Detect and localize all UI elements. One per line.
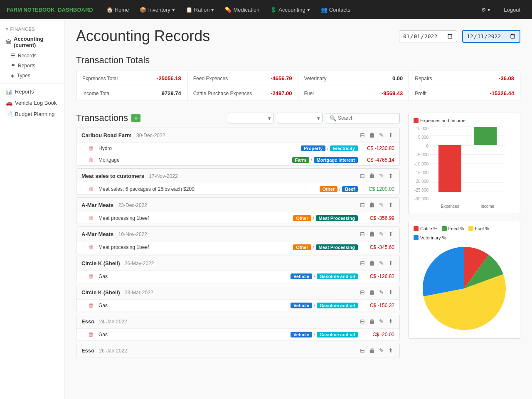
nav-accounting[interactable]: 💲 Accounting ▾ xyxy=(265,4,315,15)
nav-medication[interactable]: 💊 Medication xyxy=(220,4,264,15)
group-name: Circle K (Shell) 23-Mar-2022 xyxy=(81,289,153,296)
sidebar-item-records[interactable]: ☰ Records xyxy=(0,51,64,61)
tag: Property xyxy=(301,145,325,151)
tag: Gasoline and oil xyxy=(317,273,358,279)
sidebar-reports2-label: Reports xyxy=(15,89,34,95)
export-icon[interactable]: ⬆ xyxy=(387,131,394,139)
page-title: Accounting Records xyxy=(76,27,210,45)
export-icon[interactable]: ⬆ xyxy=(387,172,394,180)
collapse-icon[interactable]: ⊟ xyxy=(359,201,366,209)
delete-icon[interactable]: 🗑 xyxy=(368,230,376,238)
tag: Meat Processing xyxy=(316,244,358,250)
transaction-row: 🗑Meat processing 1beefOther/Meat Process… xyxy=(76,241,399,253)
logout-button[interactable]: Logout xyxy=(499,4,525,15)
page-header: Accounting Records xyxy=(76,27,520,45)
edit-icon[interactable]: ✎ xyxy=(378,172,385,180)
delete-icon[interactable]: 🗑 xyxy=(368,259,376,267)
types-icon: ◈ xyxy=(11,73,15,79)
sidebar-item-reports2[interactable]: 📊 Reports xyxy=(0,86,64,97)
total-value: -15326.44 xyxy=(490,90,514,96)
edit-icon[interactable]: ✎ xyxy=(378,201,385,209)
sidebar-item-accounting[interactable]: 🏛 Accounting (current) xyxy=(0,33,64,51)
date-start-input[interactable] xyxy=(399,30,457,42)
sidebar-item-budget[interactable]: 📄 Budget Planning xyxy=(0,108,64,120)
total-row: Repairs -36.08 xyxy=(409,71,520,86)
nav-ration[interactable]: 📋 Ration ▾ xyxy=(181,4,219,15)
group-date: 26-May-2022 xyxy=(123,261,154,266)
collapse-icon[interactable]: ⊟ xyxy=(359,259,366,267)
tx-delete-icon[interactable]: 🗑 xyxy=(88,331,94,337)
sidebar-section-label: ≡ FINANCES xyxy=(0,24,64,33)
edit-icon[interactable]: ✎ xyxy=(378,347,385,354)
transaction-row: 🗑GasVehicle/Gasoline and oilC$ -126.82 xyxy=(76,271,399,282)
legend-dot-fuel xyxy=(468,226,473,231)
collapse-icon[interactable]: ⊟ xyxy=(359,288,366,296)
delete-icon[interactable]: 🗑 xyxy=(368,347,376,354)
tag: Gasoline and oil xyxy=(317,303,358,308)
collapse-icon[interactable]: ⊟ xyxy=(359,230,366,238)
delete-icon[interactable]: 🗑 xyxy=(368,131,376,139)
tx-delete-icon[interactable]: 🗑 xyxy=(88,145,94,151)
edit-icon[interactable]: ✎ xyxy=(378,230,385,238)
search-input[interactable] xyxy=(338,115,396,121)
tag-separator: / xyxy=(314,303,315,308)
pie-chart-svg xyxy=(423,247,506,330)
tx-amount: C$ -4765.14 xyxy=(361,157,394,163)
group-header: Esso 24-Jan-2022⊟🗑✎⬆ xyxy=(76,314,399,329)
totals-grid: Exprences Total -25056.18 Income Total 9… xyxy=(76,71,520,101)
filter-select-2[interactable] xyxy=(277,113,323,123)
sidebar-item-vehicle[interactable]: 🚗 Vehicle Log Book xyxy=(0,97,64,108)
export-icon[interactable]: ⬆ xyxy=(387,259,394,267)
tx-delete-icon[interactable]: 🗑 xyxy=(88,302,94,308)
filter-select-1[interactable] xyxy=(228,113,273,123)
settings-button[interactable]: ⚙ ▾ xyxy=(476,4,496,15)
export-icon[interactable]: ⬆ xyxy=(387,288,394,296)
tag: Vehicle xyxy=(291,303,312,308)
collapse-icon[interactable]: ⊟ xyxy=(359,172,366,180)
edit-icon[interactable]: ✎ xyxy=(378,318,385,325)
nav-home[interactable]: 🏠 Home xyxy=(101,4,134,15)
delete-icon[interactable]: 🗑 xyxy=(368,201,376,209)
add-transaction-button[interactable]: + xyxy=(131,114,140,122)
budget-icon: 📄 xyxy=(6,111,12,117)
group-name: Esso 24-Jan-2022 xyxy=(81,318,127,325)
legend-label-feed: Feed % xyxy=(448,226,464,231)
date-end-input[interactable] xyxy=(462,30,520,43)
export-icon[interactable]: ⬆ xyxy=(387,347,394,354)
tx-delete-icon[interactable]: 🗑 xyxy=(88,215,94,221)
sidebar-item-reports[interactable]: ⚑ Reports xyxy=(0,61,64,71)
collapse-icon[interactable]: ⊟ xyxy=(359,131,366,139)
tx-delete-icon[interactable]: 🗑 xyxy=(88,157,94,163)
nav-inventory[interactable]: 📦 Inventory ▾ xyxy=(135,4,180,15)
tx-amount: C$ -356.99 xyxy=(361,215,394,221)
tx-tags: Vehicle/Gasoline and oil xyxy=(291,303,358,308)
export-icon[interactable]: ⬆ xyxy=(387,318,394,325)
delete-icon[interactable]: 🗑 xyxy=(368,288,376,296)
group-actions: ⊟🗑✎⬆ xyxy=(359,201,394,209)
edit-icon[interactable]: ✎ xyxy=(378,131,385,139)
nav-contacts[interactable]: 👥 Contacts xyxy=(316,4,355,15)
group-header: Caribou Road Farm 30-Dec-2022⊟🗑✎⬆ xyxy=(76,128,399,143)
legend-label-vet: Veterinary % xyxy=(420,235,446,240)
brand-highlight: DASHBOARD xyxy=(58,7,93,13)
tx-delete-icon[interactable]: 🗑 xyxy=(88,273,94,279)
pie-slice-vet xyxy=(423,247,464,296)
sidebar-item-types[interactable]: ◈ Types xyxy=(0,71,64,81)
collapse-icon[interactable]: ⊟ xyxy=(359,318,366,325)
tx-name: Gas xyxy=(99,303,287,308)
group-date: 10-Nov-2022 xyxy=(117,232,147,237)
navbar: FARM NOTEBOOK DASHBOARD 🏠 Home 📦 Invento… xyxy=(0,0,532,19)
export-icon[interactable]: ⬆ xyxy=(387,201,394,209)
edit-icon[interactable]: ✎ xyxy=(378,259,385,267)
export-icon[interactable]: ⬆ xyxy=(387,230,394,238)
edit-icon[interactable]: ✎ xyxy=(378,288,385,296)
tx-delete-icon[interactable]: 🗑 xyxy=(88,186,94,192)
tx-delete-icon[interactable]: 🗑 xyxy=(88,244,94,250)
tx-tags: Other/Beef xyxy=(320,186,358,192)
transaction-group: A-Mar Meats 10-Nov-2022⊟🗑✎⬆🗑Meat process… xyxy=(76,227,400,253)
delete-icon[interactable]: 🗑 xyxy=(368,318,376,325)
reports-icon: ⚑ xyxy=(11,63,15,69)
bar-chart-svg xyxy=(430,126,505,201)
collapse-icon[interactable]: ⊟ xyxy=(359,347,366,354)
delete-icon[interactable]: 🗑 xyxy=(368,172,376,180)
